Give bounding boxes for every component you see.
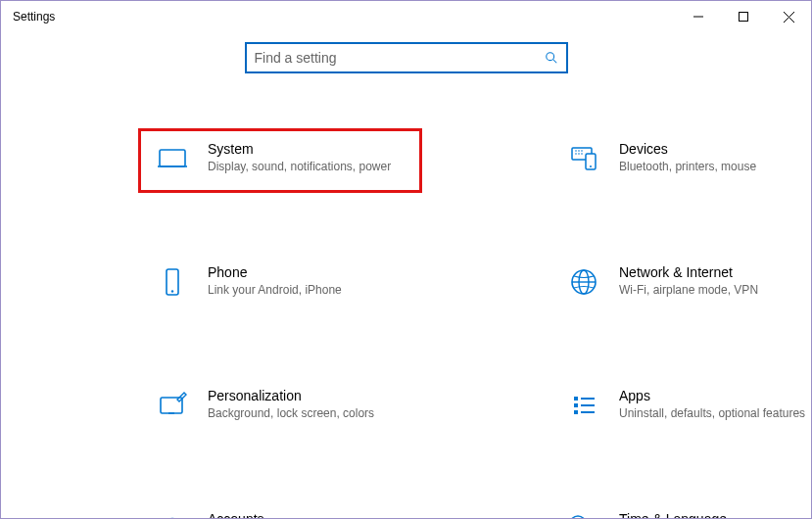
svg-rect-26 [574, 403, 578, 407]
category-title: System [208, 141, 406, 157]
time-language-icon: A 字 [566, 511, 601, 519]
svg-rect-22 [161, 398, 182, 413]
svg-rect-29 [581, 411, 595, 413]
category-text: System Display, sound, notifications, po… [208, 141, 406, 174]
category-text: Network & Internet Wi-Fi, airplane mode,… [619, 264, 812, 298]
svg-line-5 [552, 60, 556, 64]
personalization-icon [155, 388, 190, 423]
svg-point-11 [575, 150, 577, 152]
svg-point-4 [546, 53, 553, 61]
category-title: Network & Internet [619, 264, 812, 280]
category-title: Phone [208, 264, 406, 280]
category-desc: Bluetooth, printers, mouse [619, 159, 812, 174]
category-text: Time & Language Speech, region, date [619, 511, 812, 519]
minimize-icon [693, 12, 703, 22]
devices-icon [566, 141, 601, 176]
svg-point-10 [590, 165, 592, 167]
close-button[interactable] [766, 1, 811, 32]
svg-point-12 [578, 150, 580, 152]
category-text: Personalization Background, lock screen,… [208, 388, 406, 421]
minimize-button[interactable] [676, 1, 721, 32]
window-controls [676, 1, 811, 32]
category-system[interactable]: System Display, sound, notifications, po… [138, 128, 422, 193]
category-title: Apps [619, 388, 812, 403]
close-icon [784, 12, 794, 23]
maximize-button[interactable] [721, 1, 766, 32]
apps-icon [566, 388, 601, 423]
category-phone[interactable]: Phone Link your Android, iPhone [138, 252, 422, 316]
titlebar: Settings [1, 1, 811, 32]
svg-point-16 [581, 153, 583, 155]
phone-icon [155, 264, 190, 300]
svg-point-14 [575, 153, 577, 155]
category-title: Devices [619, 141, 812, 157]
window-title: Settings [13, 10, 55, 24]
search-icon [545, 51, 558, 65]
category-desc: Display, sound, notifications, power [208, 159, 406, 174]
category-apps[interactable]: Apps Uninstall, defaults, optional featu… [549, 375, 812, 440]
accounts-icon [155, 511, 190, 519]
search-box[interactable] [245, 42, 568, 73]
system-icon [155, 141, 190, 176]
category-desc: Wi-Fi, airplane mode, VPN [619, 282, 812, 298]
svg-rect-27 [581, 404, 595, 406]
category-personalization[interactable]: Personalization Background, lock screen,… [138, 375, 422, 440]
search-input[interactable] [255, 50, 545, 66]
category-text: Apps Uninstall, defaults, optional featu… [619, 388, 812, 421]
settings-categories: System Display, sound, notifications, po… [1, 128, 811, 519]
svg-rect-6 [160, 150, 185, 166]
category-title: Time & Language [619, 511, 812, 519]
svg-point-18 [171, 290, 173, 292]
svg-rect-25 [581, 398, 595, 400]
svg-point-15 [578, 153, 580, 155]
category-title: Personalization [208, 388, 406, 403]
category-devices[interactable]: Devices Bluetooth, printers, mouse [549, 128, 812, 193]
svg-rect-1 [740, 13, 748, 22]
search-container [1, 42, 811, 73]
category-text: Accounts Your accounts, email, sync, wor… [208, 511, 406, 519]
category-accounts[interactable]: Accounts Your accounts, email, sync, wor… [138, 498, 422, 519]
category-desc: Uninstall, defaults, optional features [619, 405, 812, 421]
network-icon [566, 264, 601, 300]
category-time-language[interactable]: A 字 Time & Language Speech, region, date [549, 498, 812, 519]
category-network[interactable]: Network & Internet Wi-Fi, airplane mode,… [549, 252, 812, 316]
category-text: Devices Bluetooth, printers, mouse [619, 141, 812, 174]
category-text: Phone Link your Android, iPhone [208, 264, 406, 298]
category-title: Accounts [208, 511, 406, 519]
svg-rect-28 [574, 410, 578, 414]
category-desc: Background, lock screen, colors [208, 405, 406, 421]
svg-rect-24 [574, 397, 578, 401]
category-desc: Link your Android, iPhone [208, 282, 406, 298]
maximize-icon [739, 12, 748, 22]
svg-point-13 [581, 150, 583, 152]
